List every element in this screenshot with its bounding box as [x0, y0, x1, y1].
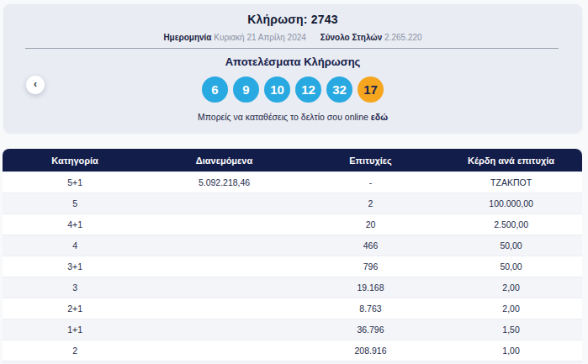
total-columns-value: 2.265.220 [384, 33, 422, 42]
column-header-distributed: Διανεμόμενα [147, 156, 301, 166]
draw-number: 2743 [311, 13, 338, 26]
cell-category: 4 [3, 240, 147, 251]
cell-winners: 19.168 [301, 282, 440, 293]
cell-category: 1+1 [3, 324, 147, 335]
table-row: 1+1 36.796 1,50 [3, 319, 582, 340]
cell-winners: 466 [301, 240, 440, 251]
cell-category: 5+1 [3, 177, 147, 187]
cell-prize: 1,50 [440, 324, 582, 335]
cell-prize: 2.500,00 [440, 219, 582, 229]
winning-number-ball: 9 [233, 76, 259, 103]
previous-draw-button[interactable]: ‹ [26, 76, 45, 94]
table-row: 4 466 50,00 [3, 235, 582, 256]
draw-date-value: Κυριακή 21 Απρίλη 2024 [214, 33, 306, 42]
draw-date-label: Ημερομηνία [163, 33, 211, 42]
cell-winners: 20 [301, 219, 440, 229]
winning-numbers: 6 9 10 12 32 17 [3, 76, 582, 103]
table-row: 4+1 20 2.500,00 [3, 214, 582, 235]
joker-number-ball: 17 [358, 76, 384, 103]
cell-prize: ΤΖΑΚΠΟΤ [440, 177, 582, 187]
cell-winners: - [301, 177, 440, 187]
winning-number-ball: 12 [295, 76, 321, 103]
next-row-partial [3, 361, 582, 364]
prize-table: Κατηγορία Διανεμόμενα Επιτυχίες Κέρδη αν… [3, 149, 582, 364]
cell-prize: 2,00 [440, 303, 582, 314]
deposit-link[interactable]: εδώ [371, 112, 388, 122]
table-row: 3+1 796 50,00 [3, 256, 582, 277]
column-header-category: Κατηγορία [3, 156, 147, 166]
draw-title-label: Κλήρωση: [247, 13, 307, 26]
lottery-results-page: Κλήρωση: 2743 Ημερομηνία Κυριακή 21 Απρί… [0, 0, 588, 364]
cell-category: 2 [3, 346, 147, 356]
table-row: 2+1 8.763 2,00 [3, 298, 582, 319]
draw-meta: Ημερομηνία Κυριακή 21 Απρίλη 2024 Σύνολο… [3, 33, 582, 42]
deposit-text: Μπορείς να καταθέσεις το δελτίο σου onli… [198, 112, 368, 122]
cell-prize: 2,00 [440, 282, 582, 293]
cell-category: 3+1 [3, 261, 147, 272]
cell-category: 3 [3, 282, 147, 293]
cell-prize: 50,00 [440, 261, 582, 272]
table-row: 5+1 5.092.218,46 - ΤΖΑΚΠΟΤ [3, 171, 582, 193]
winning-number-ball: 6 [202, 76, 228, 103]
cell-winners: 208.916 [301, 346, 440, 356]
cell-category: 5 [3, 198, 147, 208]
total-columns-label: Σύνολο Στηλών [320, 33, 383, 42]
cell-category: 2+1 [3, 303, 147, 314]
table-row: 5 2 100.000,00 [3, 193, 582, 214]
cell-winners: 2 [301, 198, 440, 208]
cell-prize: 100.000,00 [440, 198, 582, 208]
cell-distributed: 5.092.218,46 [147, 177, 301, 187]
table-row: 3 19.168 2,00 [3, 277, 582, 298]
winning-number-ball: 10 [264, 76, 290, 103]
total-columns: Σύνολο Στηλών 2.265.220 [320, 33, 422, 42]
deposit-hint: Μπορείς να καταθέσεις το δελτίο σου onli… [3, 112, 582, 122]
winning-number-ball: 32 [326, 76, 352, 103]
cell-prize: 1,00 [440, 346, 582, 356]
cell-winners: 36.796 [301, 324, 440, 335]
chevron-left-icon: ‹ [34, 79, 37, 89]
table-header-row: Κατηγορία Διανεμόμενα Επιτυχίες Κέρδη αν… [3, 149, 582, 171]
divider [25, 48, 559, 49]
draw-title: Κλήρωση: 2743 [3, 13, 582, 26]
column-header-winners: Επιτυχίες [301, 156, 440, 166]
column-header-prize: Κέρδη ανά επιτυχία [440, 156, 582, 166]
draw-date: Ημερομηνία Κυριακή 21 Απρίλη 2024 [163, 33, 308, 42]
draw-summary-card: Κλήρωση: 2743 Ημερομηνία Κυριακή 21 Απρί… [3, 4, 582, 133]
results-title: Αποτελέσματα Κλήρωσης [3, 55, 582, 68]
cell-winners: 8.763 [301, 303, 440, 314]
cell-category: 4+1 [3, 219, 147, 229]
cell-winners: 796 [301, 261, 440, 272]
cell-prize: 50,00 [440, 240, 582, 251]
table-row: 2 208.916 1,00 [3, 340, 582, 361]
